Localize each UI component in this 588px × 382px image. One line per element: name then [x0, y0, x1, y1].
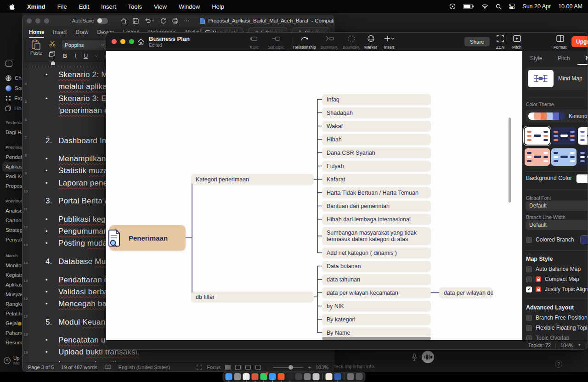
theme-thumbnail-selected[interactable]	[525, 127, 550, 145]
auto-balance-checkbox[interactable]	[526, 266, 532, 272]
chat-history-item[interactable]: Kegiatan	[0, 270, 22, 280]
media-playing-icon[interactable]	[449, 3, 456, 10]
map-title[interactable]: Business Plan	[149, 35, 190, 42]
underline-button[interactable]: U	[84, 53, 88, 59]
mindmap-topic[interactable]: data per wilayah kecamatan	[322, 287, 431, 298]
global-font-select[interactable]: Default	[526, 201, 588, 211]
flexible-floating-topic-checkbox[interactable]	[526, 325, 532, 331]
chevron-down-icon[interactable]: ▼	[577, 343, 581, 347]
menu-bar-time[interactable]: 10.00 AM	[558, 3, 582, 10]
chat-history-item[interactable]: Pelatihan	[0, 309, 22, 319]
branch-line-width-select[interactable]: Default	[526, 220, 588, 230]
chat-history-item[interactable]: Penyakit	[0, 235, 22, 245]
sidebar-item-explore[interactable]: Exp	[6, 94, 22, 103]
menu-bar-date[interactable]: Sun 20 Apr	[522, 3, 551, 10]
mindmap-topic[interactable]: Harta Tidak Bertuan / Harta Temuan	[322, 187, 431, 198]
print-layout-icon[interactable]	[235, 365, 241, 370]
dock-app[interactable]	[334, 373, 341, 380]
read-mode-icon[interactable]	[225, 365, 231, 370]
subtopic-tool[interactable]: Subtopic	[264, 35, 288, 51]
battery-icon[interactable]	[463, 4, 474, 9]
tab-home[interactable]: Home	[29, 26, 44, 38]
pitch-tool[interactable]: Pitch	[505, 35, 529, 51]
chat-history-item[interactable]: Paham A	[0, 328, 22, 338]
sidebar-upgrade-item[interactable]: UpMo	[4, 356, 19, 365]
panel-tab-map[interactable]: Map	[577, 53, 588, 65]
menu-item[interactable]: Help	[212, 3, 224, 10]
autosave-toggle[interactable]	[97, 18, 108, 24]
web-layout-icon[interactable]	[245, 365, 251, 370]
theme-thumbnail[interactable]	[578, 148, 588, 166]
summary-tool[interactable]: Summary	[317, 35, 341, 51]
menu-item[interactable]: Window	[179, 3, 200, 10]
mindmap-canvas[interactable]: Penerimaan Kategori penerimaan db filter…	[106, 51, 522, 341]
mindmap-topic[interactable]: By Name	[322, 327, 431, 338]
mindmap-topic[interactable]: Data bulanan	[322, 261, 431, 271]
theme-thumbnail[interactable]	[578, 127, 588, 145]
draft-view-icon[interactable]	[255, 365, 261, 370]
menu-item[interactable]: Insert	[101, 3, 116, 10]
document-title[interactable]: Proposal_Aplikasi_Baitul_Mal_Aceh_Barat	[208, 18, 308, 23]
menu-item[interactable]: View	[154, 3, 167, 10]
dock-app[interactable]	[243, 373, 250, 380]
vertical-ruler[interactable]: 4567891011121314151617181920	[23, 67, 29, 362]
paste-button[interactable]: Paste	[27, 39, 45, 56]
control-center-icon[interactable]	[509, 4, 515, 9]
menu-item[interactable]: Tools	[128, 3, 142, 10]
spotlight-search-icon[interactable]	[496, 4, 502, 10]
font-family-select[interactable]: Poppins	[62, 40, 107, 50]
apple-menu-icon[interactable]	[9, 3, 15, 10]
zoom-in-button[interactable]: +	[308, 365, 311, 370]
save-icon[interactable]	[133, 18, 139, 24]
mindmap-topic[interactable]: Add net kategori ( dinamis )	[322, 247, 431, 258]
relationship-tool[interactable]: Relationship	[293, 35, 317, 51]
vertical-scrollbar[interactable]	[509, 118, 511, 202]
format-panel-tool[interactable]: Format	[548, 35, 572, 51]
branch-free-positioning-checkbox[interactable]	[526, 315, 532, 321]
chat-history-item[interactable]: Resume	[0, 338, 22, 348]
dock-app[interactable]	[252, 373, 259, 380]
canvas-zoom-level[interactable]: 104%	[560, 343, 573, 348]
panel-tab-style[interactable]: Style	[522, 53, 550, 65]
chat-history-item[interactable]: Rangkai	[0, 299, 22, 309]
chat-history-item[interactable]: Pendafta	[0, 152, 22, 162]
page-indicator[interactable]: Page 3 of 5	[28, 365, 54, 370]
panel-tab-pitch[interactable]: Pitch	[550, 53, 577, 65]
theme-thumbnail[interactable]	[551, 148, 577, 166]
redo-icon[interactable]	[160, 18, 166, 24]
chat-history-item[interactable]: Strategi	[0, 225, 22, 235]
insert-tool[interactable]: Insert	[377, 35, 401, 51]
wifi-icon[interactable]	[481, 4, 488, 9]
dock-app[interactable]	[278, 373, 285, 380]
dock-app[interactable]	[234, 373, 241, 380]
chat-history-item[interactable]: Bagi Has	[0, 128, 22, 137]
chat-history-item[interactable]: Monitori	[0, 261, 22, 270]
theme-thumbnail[interactable]	[551, 127, 577, 145]
upgrade-button[interactable]: Upgrade	[571, 36, 588, 47]
chat-history-item[interactable]: Aplikasi	[0, 162, 22, 172]
print-icon[interactable]	[172, 18, 178, 24]
copy-icon[interactable]	[49, 51, 55, 57]
sidebar-toggle-icon[interactable]	[6, 61, 12, 67]
dock-app[interactable]	[260, 373, 267, 380]
minimize-button[interactable]	[35, 18, 40, 23]
chat-history-item[interactable]: Analisis	[0, 206, 22, 216]
mindmap-topic[interactable]: Hibah	[322, 134, 431, 145]
focus-label[interactable]: Focus	[207, 365, 220, 370]
home-icon[interactable]	[121, 18, 127, 24]
mindmap-topic[interactable]: data tahunan	[322, 274, 431, 285]
dock-app[interactable]	[226, 373, 232, 380]
mindmap-topic[interactable]: by NIK	[322, 301, 431, 311]
sidebar-item-chatgpt[interactable]: Cha	[6, 73, 22, 83]
branch-color-swatch[interactable]	[580, 235, 588, 244]
structure-card[interactable]: Mind Map	[526, 67, 588, 90]
zoom-percentage[interactable]: 183%	[316, 365, 328, 370]
mindmap-topic[interactable]: Fidyah	[322, 161, 431, 171]
horizontal-scrollbar[interactable]	[322, 337, 431, 340]
background-color-swatch[interactable]	[576, 174, 588, 183]
undo-icon[interactable]	[145, 18, 151, 23]
tab-insert[interactable]: Insert	[53, 26, 67, 38]
sidebar-item-library[interactable]: Lib	[6, 104, 21, 113]
chat-history-item[interactable]: Musyaw	[0, 290, 22, 299]
chat-history-item[interactable]: Proposa	[0, 181, 22, 191]
